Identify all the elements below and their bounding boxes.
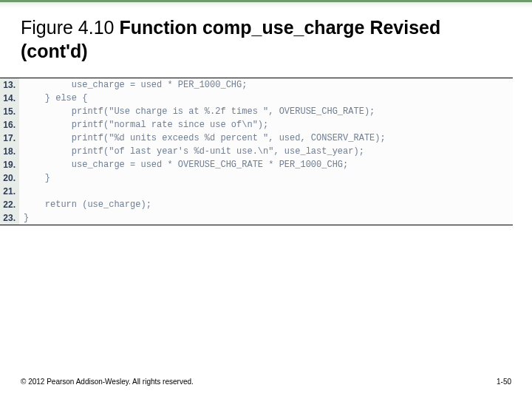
- code-row: 20. }: [0, 171, 513, 185]
- line-number: 14.: [0, 92, 19, 105]
- code-text: printf("normal rate since use of\n");: [19, 118, 513, 132]
- code-row: 14. } else {: [0, 92, 513, 105]
- copyright-text: © 2012 Pearson Addison-Wesley. All right…: [21, 378, 194, 386]
- code-text: }: [19, 211, 513, 225]
- code-row: 21.: [0, 185, 513, 198]
- title-block: Figure 4.10 Function comp_use_charge Rev…: [0, 2, 532, 73]
- code-text: printf("of last year's %d-unit use.\n", …: [19, 145, 513, 158]
- code-row: 19. use_charge = used * OVERUSE_CHG_RATE…: [0, 158, 513, 171]
- code-row: 17. printf("%d units exceeds %d percent …: [0, 132, 513, 145]
- page-number: 1-50: [497, 378, 511, 386]
- line-number: 18.: [0, 145, 19, 158]
- code-row: 23.}: [0, 211, 513, 225]
- line-number: 22.: [0, 198, 19, 211]
- code-text: use_charge = used * PER_1000_CHG;: [19, 78, 513, 92]
- code-text: [19, 185, 513, 198]
- footer: © 2012 Pearson Addison-Wesley. All right…: [21, 378, 511, 386]
- code-text: printf("Use charge is at %.2f times ", O…: [19, 105, 513, 118]
- line-number: 19.: [0, 158, 19, 171]
- line-number: 15.: [0, 105, 19, 118]
- code-row: 18. printf("of last year's %d-unit use.\…: [0, 145, 513, 158]
- line-number: 21.: [0, 185, 19, 198]
- figure-title: Figure 4.10 Function comp_use_charge Rev…: [21, 16, 511, 63]
- code-row: 22. return (use_charge);: [0, 198, 513, 211]
- figure-prefix: Figure 4.10: [21, 17, 119, 38]
- line-number: 16.: [0, 118, 19, 132]
- code-row: 15. printf("Use charge is at %.2f times …: [0, 105, 513, 118]
- line-number: 20.: [0, 171, 19, 185]
- code-panel: 13. use_charge = used * PER_1000_CHG;14.…: [0, 78, 513, 225]
- slide: Figure 4.10 Function comp_use_charge Rev…: [0, 0, 532, 399]
- code-text: return (use_charge);: [19, 198, 513, 211]
- code-text: printf("%d units exceeds %d percent ", u…: [19, 132, 513, 145]
- code-row: 16. printf("normal rate since use of\n")…: [0, 118, 513, 132]
- line-number: 17.: [0, 132, 19, 145]
- code-text: } else {: [19, 92, 513, 105]
- line-number: 13.: [0, 78, 19, 92]
- code-text: use_charge = used * OVERUSE_CHG_RATE * P…: [19, 158, 513, 171]
- code-row: 13. use_charge = used * PER_1000_CHG;: [0, 78, 513, 92]
- code-text: }: [19, 171, 513, 185]
- line-number: 23.: [0, 211, 19, 225]
